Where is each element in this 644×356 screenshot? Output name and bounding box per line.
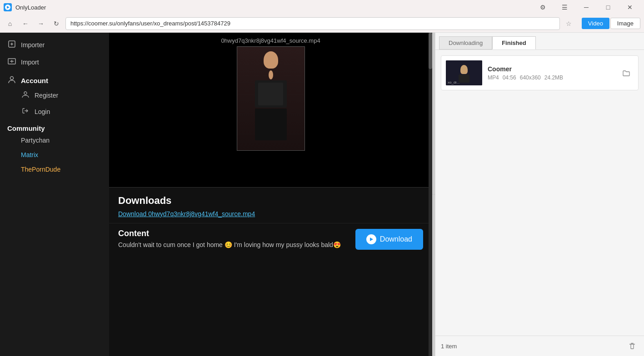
sidebar: Importer Import Account — [0, 33, 109, 356]
main-layout: Importer Import Account — [0, 33, 644, 356]
sidebar-item-importer[interactable]: Importer — [0, 36, 109, 54]
video-preview — [237, 47, 305, 150]
download-meta: MP4 04:56 640x360 24.2MB — [488, 74, 614, 81]
sidebar-heading-account: Account — [0, 71, 109, 87]
download-button-label: Download — [380, 235, 412, 243]
app-icon — [4, 3, 12, 11]
import-label: Import — [21, 59, 39, 66]
addressbar: ⌂ ← → ↻ ☆ Video Image — [0, 15, 644, 33]
sidebar-item-register[interactable]: Register — [0, 87, 109, 104]
matrix-label: Matrix — [21, 151, 38, 158]
svg-point-5 — [24, 92, 27, 94]
window-controls: ⚙ ☰ ─ □ ✕ — [532, 0, 640, 15]
panel-footer: 1 item — [435, 336, 644, 356]
import-icon — [7, 57, 16, 67]
download-file-link[interactable]: Download 0hwyd7q3nkr8j8vg41wf4_source.mp… — [118, 210, 423, 218]
media-tabs: Video Image — [582, 18, 640, 29]
content-text-area: Content Couldn't wait to cum once I got … — [118, 229, 346, 248]
sidebar-heading-community: Community — [0, 120, 109, 134]
video-filename: 0hwyd7q3nkr8j8vg41wf4_source.mp4 — [221, 37, 320, 44]
panel-content: xo_dr... Coomer MP4 04:56 640x360 24.2MB — [435, 50, 644, 336]
download-resolution: 640x360 — [520, 74, 541, 81]
content-title: Content — [118, 229, 346, 238]
footer-count: 1 item — [441, 343, 457, 350]
svg-point-4 — [10, 77, 14, 80]
download-thumb: xo_dr... — [446, 60, 482, 85]
account-heading: Account — [21, 77, 48, 84]
reload-button[interactable]: ↻ — [50, 17, 63, 30]
svg-marker-6 — [370, 237, 373, 241]
community-heading: Community — [7, 124, 45, 132]
back-button[interactable]: ← — [19, 17, 32, 30]
video-thumbnail — [237, 46, 305, 151]
menu-button[interactable]: ☰ — [554, 0, 575, 15]
close-button[interactable]: ✕ — [619, 0, 640, 15]
delete-button[interactable] — [626, 340, 639, 352]
register-icon — [21, 91, 30, 100]
download-format: MP4 — [488, 74, 499, 81]
forward-button[interactable]: → — [35, 17, 47, 30]
right-panel: Downloading Finished xo_dr... — [435, 33, 644, 356]
home-button[interactable]: ⌂ — [4, 17, 16, 30]
download-duration: 04:56 — [503, 74, 516, 81]
content-area: 0hwyd7q3nkr8j8vg41wf4_source.mp4 — [109, 33, 432, 356]
register-label: Register — [35, 92, 58, 99]
sidebar-item-login[interactable]: Login — [0, 104, 109, 120]
download-button[interactable]: Download — [355, 229, 423, 250]
app-title: OnlyLoader — [15, 4, 532, 11]
download-info: Coomer MP4 04:56 640x360 24.2MB — [488, 65, 614, 81]
download-size: 24.2MB — [544, 74, 563, 81]
settings-button[interactable]: ⚙ — [532, 0, 553, 15]
web-main[interactable]: 0hwyd7q3nkr8j8vg41wf4_source.mp4 — [109, 33, 432, 356]
content-section: Content Couldn't wait to cum once I got … — [109, 223, 432, 255]
sidebar-item-matrix[interactable]: Matrix — [0, 148, 109, 161]
downloading-tab[interactable]: Downloading — [439, 36, 492, 49]
download-btn-icon — [366, 234, 376, 244]
content-text: Couldn't wait to cum once I got home 😊 I… — [118, 241, 346, 248]
downloads-section: Downloads Download 0hwyd7q3nkr8j8vg41wf4… — [109, 187, 432, 223]
web-view-wrapper: 0hwyd7q3nkr8j8vg41wf4_source.mp4 — [109, 33, 432, 356]
login-icon — [21, 107, 30, 116]
open-folder-button[interactable] — [619, 66, 634, 80]
image-tab[interactable]: Image — [610, 18, 640, 29]
importer-icon — [7, 40, 16, 50]
importer-label: Importer — [21, 41, 45, 49]
scrollbar[interactable] — [429, 33, 432, 356]
partychan-label: Partychan — [21, 137, 50, 144]
theporndude-label: ThePornDude — [21, 166, 60, 173]
maximize-button[interactable]: □ — [598, 0, 619, 15]
sidebar-item-partychan[interactable]: Partychan — [0, 134, 109, 147]
bookmark-button[interactable]: ☆ — [563, 17, 575, 30]
titlebar: OnlyLoader ⚙ ☰ ─ □ ✕ — [0, 0, 644, 15]
minimize-button[interactable]: ─ — [576, 0, 597, 15]
sidebar-item-theporndude[interactable]: ThePornDude — [0, 163, 109, 176]
video-section: 0hwyd7q3nkr8j8vg41wf4_source.mp4 — [109, 33, 432, 187]
video-tab[interactable]: Video — [582, 18, 609, 29]
panel-tabs: Downloading Finished — [435, 33, 644, 50]
download-name: Coomer — [488, 65, 614, 73]
finished-tab[interactable]: Finished — [492, 36, 535, 49]
account-icon — [7, 75, 16, 85]
address-input[interactable] — [65, 17, 560, 30]
sidebar-item-import[interactable]: Import — [0, 54, 109, 71]
scrollbar-thumb[interactable] — [429, 33, 432, 69]
download-item: xo_dr... Coomer MP4 04:56 640x360 24.2MB — [441, 55, 639, 90]
downloads-title: Downloads — [118, 195, 423, 207]
login-label: Login — [35, 108, 50, 115]
